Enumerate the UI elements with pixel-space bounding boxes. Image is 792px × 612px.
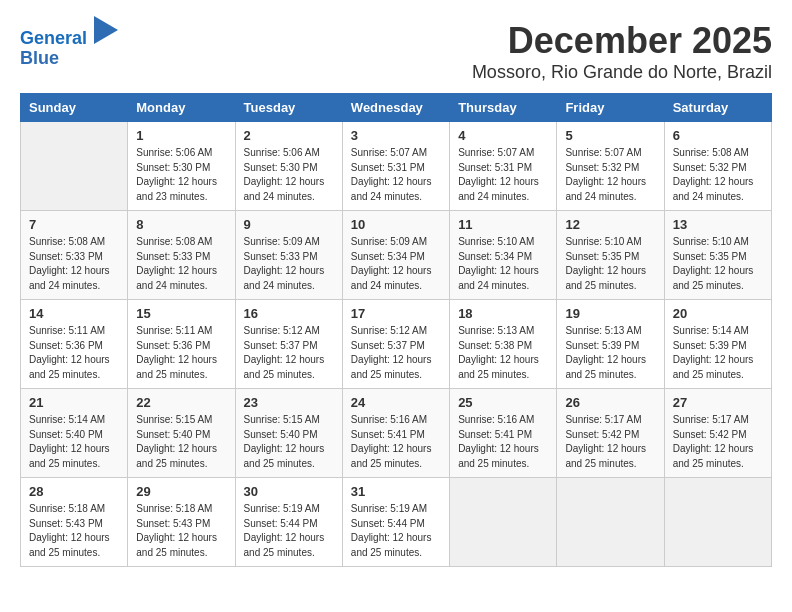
calendar-cell: 18Sunrise: 5:13 AMSunset: 5:38 PMDayligh… (450, 300, 557, 389)
calendar-cell: 16Sunrise: 5:12 AMSunset: 5:37 PMDayligh… (235, 300, 342, 389)
calendar-cell: 10Sunrise: 5:09 AMSunset: 5:34 PMDayligh… (342, 211, 449, 300)
calendar-cell: 15Sunrise: 5:11 AMSunset: 5:36 PMDayligh… (128, 300, 235, 389)
day-number: 26 (565, 395, 655, 410)
day-number: 12 (565, 217, 655, 232)
week-row-5: 28Sunrise: 5:18 AMSunset: 5:43 PMDayligh… (21, 478, 772, 567)
calendar-cell (664, 478, 771, 567)
day-number: 27 (673, 395, 763, 410)
day-number: 16 (244, 306, 334, 321)
calendar-cell: 24Sunrise: 5:16 AMSunset: 5:41 PMDayligh… (342, 389, 449, 478)
calendar-cell: 28Sunrise: 5:18 AMSunset: 5:43 PMDayligh… (21, 478, 128, 567)
svg-marker-0 (94, 16, 118, 44)
day-number: 30 (244, 484, 334, 499)
calendar-cell: 13Sunrise: 5:10 AMSunset: 5:35 PMDayligh… (664, 211, 771, 300)
day-number: 14 (29, 306, 119, 321)
calendar-cell: 26Sunrise: 5:17 AMSunset: 5:42 PMDayligh… (557, 389, 664, 478)
day-number: 5 (565, 128, 655, 143)
day-number: 25 (458, 395, 548, 410)
day-number: 8 (136, 217, 226, 232)
day-number: 4 (458, 128, 548, 143)
day-info: Sunrise: 5:14 AMSunset: 5:40 PMDaylight:… (29, 413, 119, 471)
day-number: 18 (458, 306, 548, 321)
calendar-cell (450, 478, 557, 567)
calendar-cell: 21Sunrise: 5:14 AMSunset: 5:40 PMDayligh… (21, 389, 128, 478)
day-number: 22 (136, 395, 226, 410)
page-header: General Blue December 2025 Mossoro, Rio … (20, 20, 772, 83)
day-info: Sunrise: 5:11 AMSunset: 5:36 PMDaylight:… (29, 324, 119, 382)
day-info: Sunrise: 5:09 AMSunset: 5:33 PMDaylight:… (244, 235, 334, 293)
calendar-cell: 30Sunrise: 5:19 AMSunset: 5:44 PMDayligh… (235, 478, 342, 567)
day-number: 31 (351, 484, 441, 499)
day-info: Sunrise: 5:19 AMSunset: 5:44 PMDaylight:… (244, 502, 334, 560)
day-number: 13 (673, 217, 763, 232)
day-info: Sunrise: 5:17 AMSunset: 5:42 PMDaylight:… (565, 413, 655, 471)
day-info: Sunrise: 5:06 AMSunset: 5:30 PMDaylight:… (244, 146, 334, 204)
day-number: 19 (565, 306, 655, 321)
day-number: 3 (351, 128, 441, 143)
day-number: 15 (136, 306, 226, 321)
logo-general: General (20, 28, 87, 48)
day-number: 6 (673, 128, 763, 143)
day-number: 21 (29, 395, 119, 410)
calendar-cell: 25Sunrise: 5:16 AMSunset: 5:41 PMDayligh… (450, 389, 557, 478)
calendar-table: SundayMondayTuesdayWednesdayThursdayFrid… (20, 93, 772, 567)
weekday-wednesday: Wednesday (342, 94, 449, 122)
weekday-sunday: Sunday (21, 94, 128, 122)
day-info: Sunrise: 5:14 AMSunset: 5:39 PMDaylight:… (673, 324, 763, 382)
day-info: Sunrise: 5:07 AMSunset: 5:31 PMDaylight:… (351, 146, 441, 204)
day-info: Sunrise: 5:09 AMSunset: 5:34 PMDaylight:… (351, 235, 441, 293)
day-info: Sunrise: 5:16 AMSunset: 5:41 PMDaylight:… (351, 413, 441, 471)
day-info: Sunrise: 5:08 AMSunset: 5:32 PMDaylight:… (673, 146, 763, 204)
day-info: Sunrise: 5:13 AMSunset: 5:38 PMDaylight:… (458, 324, 548, 382)
day-number: 2 (244, 128, 334, 143)
day-info: Sunrise: 5:07 AMSunset: 5:31 PMDaylight:… (458, 146, 548, 204)
day-info: Sunrise: 5:18 AMSunset: 5:43 PMDaylight:… (29, 502, 119, 560)
day-number: 24 (351, 395, 441, 410)
day-number: 7 (29, 217, 119, 232)
day-info: Sunrise: 5:18 AMSunset: 5:43 PMDaylight:… (136, 502, 226, 560)
day-info: Sunrise: 5:15 AMSunset: 5:40 PMDaylight:… (136, 413, 226, 471)
calendar-cell: 17Sunrise: 5:12 AMSunset: 5:37 PMDayligh… (342, 300, 449, 389)
week-row-3: 14Sunrise: 5:11 AMSunset: 5:36 PMDayligh… (21, 300, 772, 389)
calendar-cell: 27Sunrise: 5:17 AMSunset: 5:42 PMDayligh… (664, 389, 771, 478)
calendar-cell: 19Sunrise: 5:13 AMSunset: 5:39 PMDayligh… (557, 300, 664, 389)
calendar-cell: 9Sunrise: 5:09 AMSunset: 5:33 PMDaylight… (235, 211, 342, 300)
calendar-cell (21, 122, 128, 211)
week-row-1: 1Sunrise: 5:06 AMSunset: 5:30 PMDaylight… (21, 122, 772, 211)
day-number: 28 (29, 484, 119, 499)
week-row-2: 7Sunrise: 5:08 AMSunset: 5:33 PMDaylight… (21, 211, 772, 300)
weekday-thursday: Thursday (450, 94, 557, 122)
day-number: 10 (351, 217, 441, 232)
logo: General Blue (20, 20, 118, 69)
month-title: December 2025 (472, 20, 772, 62)
calendar-cell: 3Sunrise: 5:07 AMSunset: 5:31 PMDaylight… (342, 122, 449, 211)
day-info: Sunrise: 5:10 AMSunset: 5:34 PMDaylight:… (458, 235, 548, 293)
day-info: Sunrise: 5:15 AMSunset: 5:40 PMDaylight:… (244, 413, 334, 471)
day-info: Sunrise: 5:13 AMSunset: 5:39 PMDaylight:… (565, 324, 655, 382)
day-number: 11 (458, 217, 548, 232)
weekday-header-row: SundayMondayTuesdayWednesdayThursdayFrid… (21, 94, 772, 122)
day-info: Sunrise: 5:10 AMSunset: 5:35 PMDaylight:… (565, 235, 655, 293)
weekday-monday: Monday (128, 94, 235, 122)
calendar-cell: 20Sunrise: 5:14 AMSunset: 5:39 PMDayligh… (664, 300, 771, 389)
day-info: Sunrise: 5:12 AMSunset: 5:37 PMDaylight:… (351, 324, 441, 382)
day-info: Sunrise: 5:10 AMSunset: 5:35 PMDaylight:… (673, 235, 763, 293)
day-number: 1 (136, 128, 226, 143)
calendar-cell: 8Sunrise: 5:08 AMSunset: 5:33 PMDaylight… (128, 211, 235, 300)
calendar-cell: 31Sunrise: 5:19 AMSunset: 5:44 PMDayligh… (342, 478, 449, 567)
day-number: 29 (136, 484, 226, 499)
day-info: Sunrise: 5:19 AMSunset: 5:44 PMDaylight:… (351, 502, 441, 560)
title-section: December 2025 Mossoro, Rio Grande do Nor… (472, 20, 772, 83)
day-info: Sunrise: 5:17 AMSunset: 5:42 PMDaylight:… (673, 413, 763, 471)
day-info: Sunrise: 5:08 AMSunset: 5:33 PMDaylight:… (136, 235, 226, 293)
calendar-cell: 4Sunrise: 5:07 AMSunset: 5:31 PMDaylight… (450, 122, 557, 211)
calendar-cell: 7Sunrise: 5:08 AMSunset: 5:33 PMDaylight… (21, 211, 128, 300)
calendar-cell: 29Sunrise: 5:18 AMSunset: 5:43 PMDayligh… (128, 478, 235, 567)
location-title: Mossoro, Rio Grande do Norte, Brazil (472, 62, 772, 83)
day-number: 23 (244, 395, 334, 410)
weekday-friday: Friday (557, 94, 664, 122)
day-info: Sunrise: 5:11 AMSunset: 5:36 PMDaylight:… (136, 324, 226, 382)
day-info: Sunrise: 5:16 AMSunset: 5:41 PMDaylight:… (458, 413, 548, 471)
calendar-cell: 11Sunrise: 5:10 AMSunset: 5:34 PMDayligh… (450, 211, 557, 300)
calendar-cell: 2Sunrise: 5:06 AMSunset: 5:30 PMDaylight… (235, 122, 342, 211)
